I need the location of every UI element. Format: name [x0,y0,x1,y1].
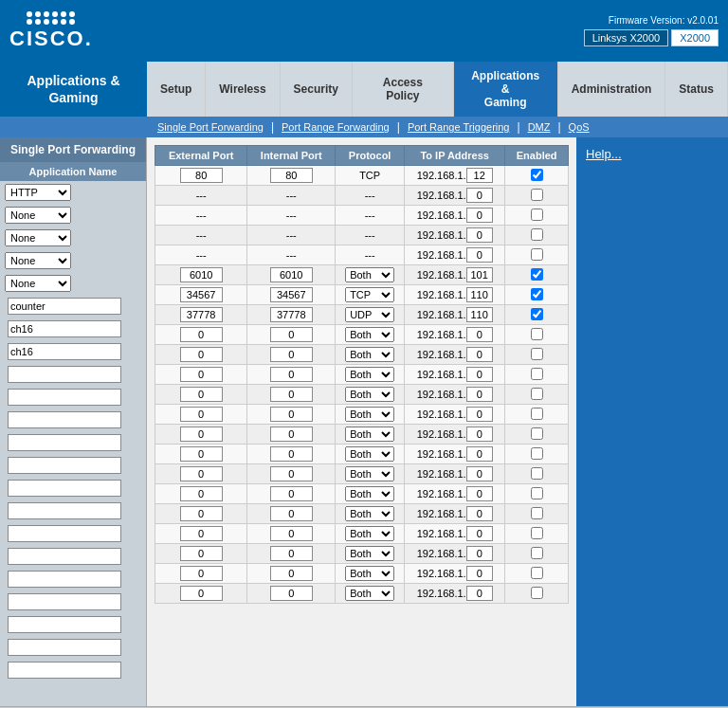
enabled-cb-9[interactable] [531,328,543,340]
app-input-15[interactable] [8,502,121,519]
ip-suffix-3[interactable] [466,208,493,223]
enabled-cb-2[interactable] [531,189,543,201]
tab-wireless[interactable]: Wireless [206,62,280,117]
tab-setup[interactable]: Setup [147,62,206,117]
ext-port-1[interactable] [180,168,223,183]
proto-7[interactable]: BothTCPUDP [345,287,394,302]
int-port-9[interactable] [270,327,313,342]
enabled-cb-10[interactable] [531,348,543,360]
ip-suffix-21[interactable] [466,566,493,581]
proto-6[interactable]: BothTCPUDP [345,267,394,282]
proto-12[interactable]: BothTCPUDP [345,387,394,402]
int-port-13[interactable] [270,407,313,422]
app-input-20[interactable] [8,616,121,633]
ip-suffix-22[interactable] [466,586,493,601]
int-port-7[interactable] [270,287,313,302]
ext-port-12[interactable] [180,387,223,402]
model-x2000-btn[interactable]: X2000 [671,29,719,46]
tab-security[interactable]: Security [281,62,353,117]
ext-port-19[interactable] [180,526,223,541]
int-port-12[interactable] [270,387,313,402]
app-input-14[interactable] [8,480,121,497]
ip-suffix-20[interactable] [466,546,493,561]
enabled-cb-5[interactable] [531,248,543,261]
enabled-cb-21[interactable] [531,567,543,579]
enabled-cb-6[interactable] [531,268,543,281]
ip-suffix-19[interactable] [466,526,493,541]
enabled-cb-17[interactable] [531,487,543,499]
sub-nav-qos[interactable]: QoS [563,119,595,135]
ext-port-9[interactable] [180,327,223,342]
model-linksys-btn[interactable]: Linksys X2000 [584,29,669,46]
ip-suffix-8[interactable] [466,307,493,322]
proto-19[interactable]: BothTCPUDP [345,526,394,541]
app-input-22[interactable] [8,662,121,679]
int-port-1[interactable] [270,168,313,183]
ip-suffix-14[interactable] [466,427,493,442]
proto-20[interactable]: BothTCPUDP [345,546,394,561]
enabled-cb-16[interactable] [531,467,543,480]
ip-suffix-4[interactable] [466,227,493,243]
ext-port-22[interactable] [180,586,223,601]
app-input-10[interactable] [8,389,121,406]
ext-port-18[interactable] [180,506,223,521]
ip-suffix-18[interactable] [466,506,493,521]
enabled-cb-18[interactable] [531,507,543,519]
ip-suffix-6[interactable] [466,267,493,282]
app-input-7[interactable] [8,320,121,337]
app-select-4[interactable]: NoneHTTPFTP [5,252,71,269]
enabled-cb-13[interactable] [531,408,543,420]
int-port-22[interactable] [270,586,313,601]
app-input-8[interactable] [8,343,121,360]
app-select-3[interactable]: NoneHTTPFTP [5,229,71,246]
proto-22[interactable]: BothTCPUDP [345,586,394,601]
proto-10[interactable]: BothTCPUDP [345,347,394,362]
proto-15[interactable]: BothTCPUDP [345,446,394,462]
ext-port-20[interactable] [180,546,223,561]
int-port-15[interactable] [270,446,313,462]
enabled-cb-3[interactable] [531,209,543,221]
app-input-17[interactable] [8,548,121,565]
enabled-cb-11[interactable] [531,368,543,380]
int-port-10[interactable] [270,347,313,362]
enabled-cb-19[interactable] [531,527,543,539]
sub-nav-dmz[interactable]: DMZ [522,119,556,135]
int-port-16[interactable] [270,466,313,481]
sub-nav-single-port[interactable]: Single Port Forwarding [152,119,269,135]
app-select-1[interactable]: HTTPFTPTFTPSMTP DNSHTTPSNone [5,184,71,201]
proto-21[interactable]: BothTCPUDP [345,566,394,581]
sub-nav-port-range[interactable]: Port Range Forwarding [276,119,395,135]
ext-port-13[interactable] [180,407,223,422]
enabled-cb-1[interactable] [531,169,543,181]
int-port-20[interactable] [270,546,313,561]
proto-18[interactable]: BothTCPUDP [345,506,394,521]
app-select-5[interactable]: NoneHTTPFTP [5,275,71,292]
ip-suffix-2[interactable] [466,188,493,203]
ext-port-10[interactable] [180,347,223,362]
enabled-cb-14[interactable] [531,427,543,440]
ip-suffix-16[interactable] [466,466,493,481]
enabled-cb-22[interactable] [531,587,543,599]
ip-suffix-13[interactable] [466,407,493,422]
ext-port-21[interactable] [180,566,223,581]
proto-9[interactable]: BothTCPUDP [345,327,394,342]
app-input-13[interactable] [8,457,121,474]
ip-suffix-5[interactable] [466,247,493,263]
ext-port-17[interactable] [180,486,223,501]
ip-suffix-12[interactable] [466,387,493,402]
ip-suffix-11[interactable] [466,367,493,382]
ip-suffix-1[interactable] [466,168,493,183]
int-port-8[interactable] [270,307,313,322]
enabled-cb-15[interactable] [531,447,543,460]
app-input-6[interactable] [8,298,121,315]
proto-17[interactable]: BothTCPUDP [345,486,394,501]
int-port-14[interactable] [270,427,313,442]
enabled-cb-20[interactable] [531,547,543,559]
proto-8[interactable]: BothTCPUDP [345,307,394,322]
ip-suffix-15[interactable] [466,446,493,462]
int-port-11[interactable] [270,367,313,382]
app-input-21[interactable] [8,639,121,656]
proto-14[interactable]: BothTCPUDP [345,427,394,442]
help-link[interactable]: Help... [586,147,622,161]
sub-nav-port-trigger[interactable]: Port Range Triggering [402,119,516,135]
